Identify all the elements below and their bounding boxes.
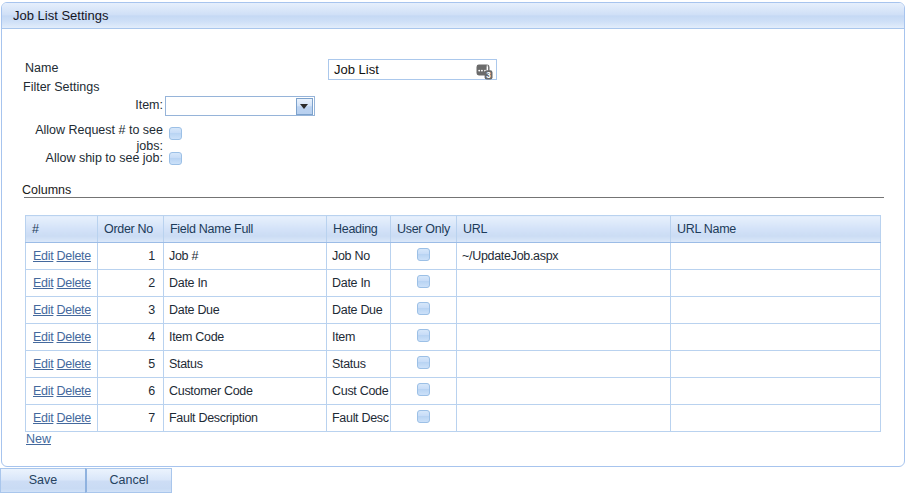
svg-text:3: 3 bbox=[486, 71, 491, 80]
